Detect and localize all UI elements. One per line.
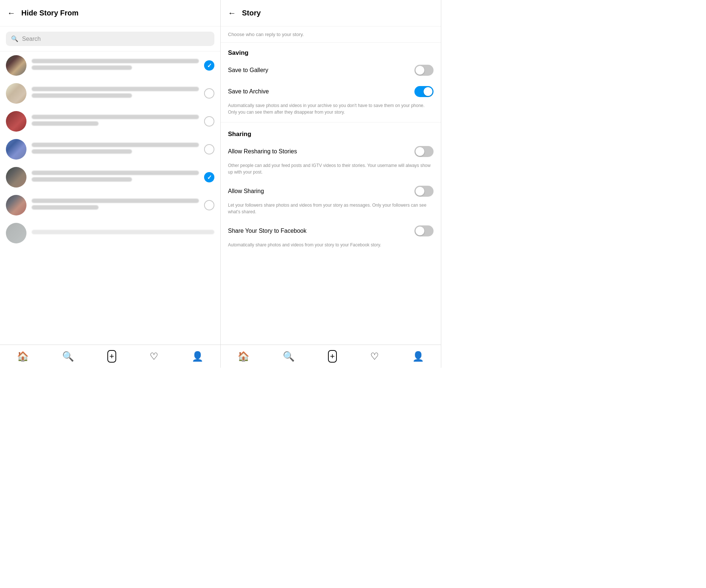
nav-home-icon[interactable]: 🏠 [17,351,29,362]
search-container: 🔍 [0,26,220,51]
right-header: ← Story [221,0,441,26]
nav-search-icon[interactable]: 🔍 [283,351,295,362]
username-blur [32,199,199,203]
list-item[interactable] [0,107,220,135]
username-blur [32,171,199,175]
allow-resharing-desc: Other people can add your feed posts and… [221,162,441,181]
user-list [0,51,220,345]
user-selector[interactable] [204,116,214,126]
handle-blur [32,121,99,126]
user-selector[interactable] [204,60,214,71]
user-info [32,199,199,212]
right-bottom-nav: 🏠 🔍 + ♡ 👤 [221,345,441,368]
toggle-knob [416,147,424,156]
share-to-facebook-row: Share Your Story to Facebook [221,220,441,242]
username-blur [32,87,199,91]
left-bottom-nav: 🏠 🔍 + ♡ 👤 [0,345,220,368]
user-info [32,230,214,236]
avatar [6,195,26,215]
user-info [32,115,199,128]
toggle-knob [424,87,432,96]
nav-heart-icon[interactable]: ♡ [370,351,379,362]
user-selector[interactable] [204,200,214,210]
nav-profile-icon[interactable]: 👤 [192,351,203,362]
save-to-gallery-row: Save to Gallery [221,60,441,81]
user-selector[interactable] [204,144,214,154]
username-blur [32,59,199,63]
share-to-facebook-toggle[interactable] [414,225,434,236]
search-icon: 🔍 [11,35,18,42]
avatar [6,167,26,188]
right-panel-title: Story [242,9,261,17]
handle-blur [32,93,132,98]
share-to-facebook-label: Share Your Story to Facebook [228,228,306,234]
sharing-section-header: Sharing [221,124,441,141]
user-info [32,59,199,72]
search-input[interactable] [22,36,209,42]
left-panel-title: Hide Story From [21,9,79,17]
nav-add-icon[interactable]: + [328,350,337,363]
user-info [32,171,199,184]
nav-search-icon[interactable]: 🔍 [62,351,74,362]
username-blur [32,230,214,234]
save-to-gallery-label: Save to Gallery [228,67,268,74]
toggle-knob [416,187,424,196]
handle-blur [32,149,132,154]
search-box: 🔍 [6,32,214,46]
list-item[interactable] [0,219,220,247]
divider [221,122,441,122]
nav-profile-icon[interactable]: 👤 [412,351,424,362]
nav-add-icon[interactable]: + [107,350,117,363]
toggle-knob [416,66,424,75]
allow-resharing-label: Allow Resharing to Stories [228,148,297,155]
reply-subtitle: Choose who can reply to your story. [221,26,441,43]
save-to-archive-label: Save to Archive [228,88,269,95]
avatar [6,83,26,104]
story-settings-content: Choose who can reply to your story. Savi… [221,26,441,345]
list-item[interactable] [0,191,220,219]
nav-heart-icon[interactable]: ♡ [150,351,158,362]
save-to-archive-desc: Automatically save photos and videos in … [221,102,441,121]
list-item[interactable] [0,79,220,107]
user-selector[interactable] [204,172,214,182]
right-back-button[interactable]: ← [228,8,236,18]
user-info [32,143,199,156]
share-to-facebook-desc: Automatically share photos and videos fr… [221,242,441,253]
allow-resharing-toggle[interactable] [414,146,434,157]
allow-sharing-toggle[interactable] [414,186,434,197]
username-blur [32,115,199,119]
list-item[interactable] [0,51,220,79]
toggle-knob [416,227,424,235]
user-info [32,87,199,100]
allow-sharing-desc: Let your followers share photos and vide… [221,202,441,220]
username-blur [32,143,199,147]
avatar [6,139,26,160]
avatar [6,111,26,132]
left-header: ← Hide Story From [0,0,220,26]
list-item[interactable] [0,135,220,163]
handle-blur [32,65,132,70]
left-back-button[interactable]: ← [7,8,15,18]
handle-blur [32,177,132,182]
avatar [6,55,26,76]
save-to-archive-toggle[interactable] [414,86,434,97]
handle-blur [32,205,99,210]
avatar [6,223,26,243]
user-selector[interactable] [204,88,214,99]
right-panel: ← Story Choose who can reply to your sto… [221,0,441,368]
saving-section-header: Saving [221,43,441,60]
allow-resharing-row: Allow Resharing to Stories [221,141,441,162]
save-to-archive-row: Save to Archive [221,81,441,102]
allow-sharing-label: Allow Sharing [228,188,264,195]
allow-sharing-row: Allow Sharing [221,181,441,202]
left-panel: ← Hide Story From 🔍 [0,0,221,368]
save-to-gallery-toggle[interactable] [414,65,434,76]
nav-home-icon[interactable]: 🏠 [238,351,249,362]
list-item[interactable] [0,163,220,191]
